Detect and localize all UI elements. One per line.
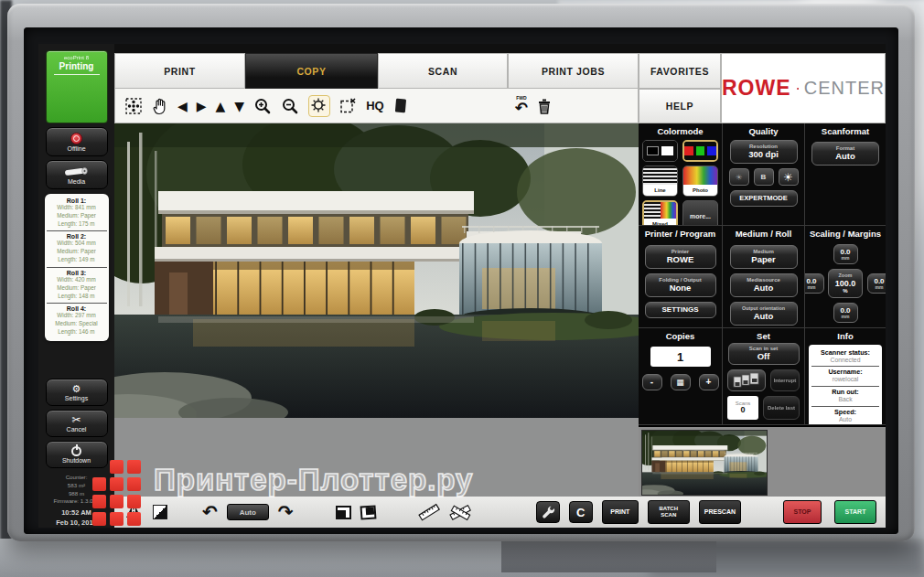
- margin-bottom-button[interactable]: 0.0 mm: [833, 303, 858, 323]
- arrow-left-icon[interactable]: ◀: [177, 99, 188, 113]
- rotate-right-icon[interactable]: ↷: [278, 501, 294, 523]
- arrow-right-icon[interactable]: ▶: [197, 99, 207, 113]
- batch-scan-button[interactable]: BATCH SCAN: [648, 500, 690, 524]
- colormode-photo-button[interactable]: Photo: [682, 166, 718, 197]
- cancel-button[interactable]: ✂ Cancel: [46, 410, 108, 437]
- copies-keypad-button[interactable]: ▦: [671, 374, 691, 390]
- scans-value: 0: [740, 406, 745, 415]
- tab-scan[interactable]: SCAN: [378, 53, 508, 89]
- section-medium-roll: Medium / Roll Medium Paper Mediasource A…: [723, 226, 805, 328]
- roll-width: Width: 297 mm: [47, 312, 107, 320]
- colormode-color-button[interactable]: [682, 140, 718, 162]
- offline-button[interactable]: Offline: [46, 127, 108, 156]
- roll-title: Roll 4:: [47, 305, 107, 312]
- deselect-icon[interactable]: [339, 97, 357, 114]
- roll-item: Roll 4: Width: 297 mm Medium: Special Le…: [47, 304, 107, 338]
- zoom-out-icon[interactable]: [281, 97, 299, 115]
- printer-value: ROWE: [667, 255, 694, 265]
- select-area-icon[interactable]: [124, 97, 143, 115]
- stop-button[interactable]: STOP: [783, 500, 822, 524]
- undo-forward-button[interactable]: FWD ↶: [515, 96, 528, 116]
- section-printer-program: Printer / Program Printer ROWE Folding /…: [639, 226, 723, 328]
- blue-swatch: [707, 146, 716, 155]
- tab-favorites[interactable]: FAVORITES: [639, 53, 721, 89]
- watermark-logo-grid: [92, 460, 141, 526]
- colormode-mixed-button[interactable]: Mixed: [642, 200, 678, 226]
- medium-button[interactable]: Medium Paper: [730, 245, 798, 269]
- margin-left-button[interactable]: 0.0 mm: [805, 273, 824, 294]
- margin-top-button[interactable]: 0.0 mm: [833, 244, 858, 264]
- settings-button[interactable]: ⚙ Settings: [46, 379, 108, 406]
- resolution-button[interactable]: Resolution 300 dpi: [730, 140, 798, 164]
- media-button[interactable]: Media: [46, 160, 108, 189]
- zoom-in-icon[interactable]: [253, 97, 272, 115]
- section-title: Scaling / Margins: [810, 226, 881, 240]
- section-title: Copies: [666, 328, 695, 343]
- start-button[interactable]: START: [834, 500, 876, 524]
- brightness-mid-button[interactable]: B: [754, 168, 774, 186]
- arrow-down-icon[interactable]: ▼: [234, 99, 244, 113]
- brightness-up-button[interactable]: ☀: [779, 168, 799, 186]
- margin-unit: mm: [842, 256, 850, 262]
- printer-button[interactable]: Printer ROWE: [645, 245, 716, 269]
- folding-ruler-icon[interactable]: [449, 502, 473, 522]
- portrait-page-icon[interactable]: [336, 506, 351, 519]
- pan-hand-icon[interactable]: [152, 97, 168, 115]
- prescan-button[interactable]: PRESCAN: [699, 500, 741, 524]
- info-box: Scanner status: Connected Username: rowe…: [809, 345, 882, 425]
- colormode-line-button[interactable]: Line: [642, 166, 678, 197]
- tab-help[interactable]: HELP: [639, 89, 721, 123]
- invert-icon[interactable]: [153, 505, 167, 519]
- scan-thumbnail[interactable]: [642, 431, 767, 495]
- brightness-down-button[interactable]: ☀: [729, 168, 749, 186]
- bright-sun-icon: ☀: [783, 171, 793, 184]
- tab-print-jobs[interactable]: PRINT JOBS: [508, 53, 639, 89]
- time: 10:52 AM: [56, 508, 97, 518]
- mediasource-button[interactable]: Mediasource Auto: [730, 273, 798, 297]
- roll-title: Roll 2:: [47, 233, 107, 240]
- rowe-logo: ROWE APP CENTER: [721, 53, 886, 123]
- interrupt-button[interactable]: Interrupt: [770, 369, 800, 391]
- print-button[interactable]: PRINT: [602, 500, 639, 524]
- format-button[interactable]: Format Auto: [811, 142, 879, 166]
- folding-output-button[interactable]: Folding / Output None: [645, 273, 716, 297]
- tools-button[interactable]: [536, 501, 560, 523]
- info-value: Connected: [811, 357, 879, 364]
- trash-icon[interactable]: [537, 98, 552, 114]
- scan-in-set-button[interactable]: Scan in set Off: [728, 343, 800, 365]
- ruler-icon[interactable]: [418, 503, 440, 521]
- copies-plus-button[interactable]: +: [699, 374, 719, 390]
- printer-status-panel[interactable]: ecoPrint 8 Printing: [46, 50, 108, 123]
- medium-value: Paper: [751, 255, 775, 265]
- landscape-page-icon[interactable]: [360, 505, 376, 519]
- tab-print[interactable]: PRINT: [114, 53, 245, 89]
- preview-toolbar: ◀ ▶ ▲ ▼ HQ: [114, 89, 639, 123]
- set-pages-button[interactable]: [727, 369, 766, 391]
- rotate-left-icon[interactable]: ↶: [202, 501, 218, 523]
- hq-toggle[interactable]: HQ: [366, 99, 384, 112]
- main-area: PRINT COPY SCAN PRINT JOBS FAVORITES ◀ ▶…: [114, 44, 886, 528]
- expertmode-button[interactable]: EXPERTMODE: [730, 190, 798, 207]
- line-pattern: [643, 166, 677, 185]
- printer-settings-button[interactable]: SETTINGS: [645, 302, 716, 318]
- copies-minus-button[interactable]: -: [642, 374, 662, 390]
- margin-right-button[interactable]: 0.0 mm: [867, 273, 886, 294]
- watermark-text: Принтер-Плоттер.ру: [154, 463, 473, 497]
- zoom-button[interactable]: Zoom 100.0 %: [828, 269, 863, 298]
- colormode-more-button[interactable]: more...: [682, 200, 718, 226]
- colormode-bw-button[interactable]: [642, 140, 678, 162]
- brightness-value: B: [761, 173, 767, 181]
- output-orientation-button[interactable]: Output orientation Auto: [730, 302, 798, 326]
- arrow-up-icon[interactable]: ▲: [216, 99, 226, 113]
- folding-value: None: [670, 283, 692, 294]
- tab-copy[interactable]: COPY: [245, 53, 378, 89]
- auto-rotate-button[interactable]: Auto: [227, 504, 269, 520]
- clear-button[interactable]: C: [569, 501, 593, 523]
- margin-unit: mm: [876, 285, 884, 291]
- rowe-scan-app: ecoPrint 8 Printing Offline Media Roll 1…: [38, 44, 886, 528]
- copies-count-display[interactable]: 1: [650, 347, 711, 367]
- scan-preview-canvas[interactable]: [114, 123, 639, 497]
- document-icon[interactable]: [393, 97, 408, 114]
- brightness-view-icon[interactable]: [308, 95, 330, 117]
- delete-last-button[interactable]: Delete last: [763, 396, 800, 420]
